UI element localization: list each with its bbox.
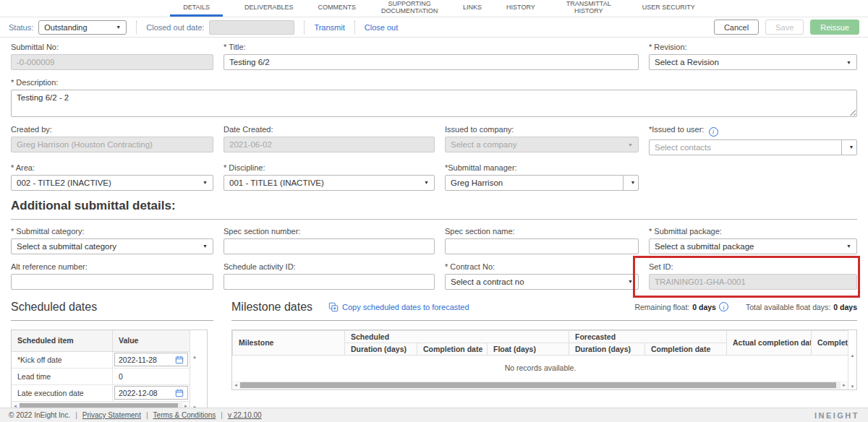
scroll-left-icon[interactable]: ◄ xyxy=(232,383,239,387)
calendar-icon[interactable] xyxy=(175,389,184,397)
scheduled-item-cell: *Kick off date xyxy=(12,352,113,368)
cancel-button[interactable]: Cancel xyxy=(714,20,759,35)
submittal-package-value: Select a submittal package xyxy=(655,242,754,251)
scheduled-completion-date-column-header[interactable]: Completion date xyxy=(417,343,488,355)
closed-out-date-field xyxy=(209,20,294,35)
created-by-field xyxy=(11,137,213,152)
issued-to-user-label-text: *Issued to user: xyxy=(649,125,704,134)
footer-separator: | xyxy=(221,411,223,419)
schedule-activity-id-field[interactable] xyxy=(224,274,435,290)
remaining-float-label: Remaining float: xyxy=(634,303,689,311)
tab-links[interactable]: LINKS xyxy=(460,0,485,17)
forecasted-duration-column-header[interactable]: Duration (days) xyxy=(569,343,645,355)
scheduled-item-column-header[interactable]: Scheduled item xyxy=(12,330,113,351)
spec-section-name-field[interactable] xyxy=(445,238,639,254)
issued-to-company-label: Issued to company: xyxy=(445,125,639,134)
float-days-column-header[interactable]: Float (days) xyxy=(488,343,569,355)
forecasted-completion-date-column-header[interactable]: Completion date xyxy=(645,343,727,355)
spec-section-number-field[interactable] xyxy=(224,238,435,254)
terms-conditions-link[interactable]: Terms & Conditions xyxy=(153,411,216,419)
tab-user-security[interactable]: USER SECURITY xyxy=(639,0,698,17)
set-id-field xyxy=(649,274,857,290)
kick-off-date-field[interactable]: 2022-11-28 xyxy=(114,353,188,366)
alt-reference-number-field[interactable] xyxy=(11,274,213,290)
info-icon[interactable]: i xyxy=(719,302,728,311)
discipline-dropdown[interactable]: 001 - TITLE1 (INACTIVE) ▼ xyxy=(224,175,435,191)
section-divider xyxy=(11,219,857,220)
submittal-manager-field[interactable] xyxy=(445,175,624,191)
action-buttons: Cancel Save Reissue xyxy=(714,20,859,35)
actual-completion-date-column-header[interactable]: Actual completion date xyxy=(727,330,812,355)
table-row: Lead time 0 xyxy=(12,369,190,385)
scrollbar-track[interactable] xyxy=(239,382,841,389)
submittal-package-dropdown[interactable]: Select a submittal package ▼ xyxy=(649,238,857,254)
scheduled-duration-column-header[interactable]: Duration (days) xyxy=(345,343,417,355)
chevron-down-icon: ▼ xyxy=(846,60,851,65)
milestone-column-header[interactable]: Milestone xyxy=(233,330,345,355)
tab-comments[interactable]: COMMENTS xyxy=(315,0,359,17)
version-link[interactable]: v 22.10.00 xyxy=(228,411,262,419)
status-label: Status: xyxy=(9,23,33,32)
submittal-manager-dropdown-button[interactable]: ▼ xyxy=(623,175,639,191)
revision-dropdown[interactable]: Select a Revision ▼ xyxy=(649,54,857,70)
transmit-link[interactable]: Transmit xyxy=(314,23,344,32)
late-execution-date-field[interactable]: 2022-12-08 xyxy=(114,386,188,400)
area-dropdown[interactable]: 002 - TITLE2 (INACTIVE) ▼ xyxy=(11,175,213,191)
tab-transmittal-history[interactable]: TRANSMITTAL HISTORY xyxy=(557,0,621,17)
reissue-button[interactable]: Reissue xyxy=(810,20,859,35)
tab-details[interactable]: DETAILS xyxy=(170,0,223,17)
tab-deliverables[interactable]: DELIVERABLES xyxy=(242,0,297,17)
scheduled-dates-table: Scheduled item Value *Kick off date 2022… xyxy=(11,330,208,411)
footer-separator: | xyxy=(146,411,148,419)
chevron-down-icon: ▼ xyxy=(631,180,636,185)
no-records-message: No records available. xyxy=(233,355,848,381)
scroll-right-icon[interactable]: ► xyxy=(841,383,848,387)
close-out-link[interactable]: Close out xyxy=(365,23,398,32)
description-field[interactable]: Testing 6/2 - 2 xyxy=(11,90,857,117)
scroll-down-icon[interactable]: ▼ xyxy=(849,384,856,389)
copy-scheduled-dates-link[interactable]: Copy scheduled dates to forecasted xyxy=(328,302,469,312)
submittal-category-dropdown[interactable]: Select a submittal category ▼ xyxy=(11,238,213,254)
chevron-down-icon: ▼ xyxy=(628,279,633,284)
chevron-down-icon: ▼ xyxy=(424,180,429,185)
calendar-icon[interactable] xyxy=(175,356,184,364)
scroll-up-icon[interactable]: ▲ xyxy=(192,355,197,359)
scheduled-dates-block: Scheduled dates Scheduled item Value *Ki… xyxy=(11,299,213,411)
milestone-dates-block: Milestone dates Copy scheduled dates to … xyxy=(231,299,857,411)
tab-supporting-documentation[interactable]: SUPPORTING DOCUMENTATION xyxy=(378,0,441,17)
ineight-logo: INEIGHT xyxy=(814,411,859,420)
copyright-text: © 2022 InEight Inc. xyxy=(9,411,70,419)
scroll-up-icon[interactable]: ▲ xyxy=(849,353,856,358)
scrollbar-thumb[interactable] xyxy=(240,382,836,388)
value-column-header[interactable]: Value xyxy=(113,330,190,351)
chevron-down-icon: ▼ xyxy=(628,142,633,147)
issued-to-user-field[interactable] xyxy=(649,139,842,155)
chevron-down-icon: ▼ xyxy=(203,180,208,185)
status-value: Outstanding xyxy=(44,23,87,32)
issued-to-user-combo: ▼ xyxy=(649,139,857,155)
issued-to-user-dropdown-button[interactable]: ▼ xyxy=(841,139,857,155)
privacy-statement-link[interactable]: Privacy Statement xyxy=(82,411,141,419)
info-icon[interactable]: i xyxy=(709,127,718,137)
submittal-manager-label: *Submittal manager: xyxy=(445,163,639,172)
area-value: 002 - TITLE2 (INACTIVE) xyxy=(17,178,111,187)
save-button[interactable]: Save xyxy=(765,20,804,35)
status-dropdown[interactable]: Outstanding ▼ xyxy=(38,20,127,35)
description-label: * Description: xyxy=(11,78,857,87)
scheduled-item-cell: Late execution date xyxy=(12,385,113,401)
discipline-value: 001 - TITLE1 (INACTIVE) xyxy=(229,178,324,187)
scheduled-dates-heading: Scheduled dates xyxy=(11,301,97,314)
title-field[interactable] xyxy=(224,54,639,70)
contract-no-dropdown[interactable]: Select a contract no ▼ xyxy=(445,274,639,290)
remaining-float-value: 0 days xyxy=(692,303,716,311)
milestone-dates-table: Milestone Scheduled Forecasted Actual co… xyxy=(231,330,857,391)
submittal-category-value: Select a submittal category xyxy=(17,242,116,251)
tab-history[interactable]: HISTORY xyxy=(503,0,538,17)
complete-column-header[interactable]: Complete xyxy=(812,330,848,355)
created-by-label: Created by: xyxy=(11,125,213,134)
area-label: * Area: xyxy=(11,163,213,172)
late-execution-date-value: 2022-12-08 xyxy=(119,389,158,397)
chevron-down-icon: ▼ xyxy=(116,25,121,30)
footer: © 2022 InEight Inc. | Privacy Statement … xyxy=(0,408,868,422)
lead-time-field[interactable]: 0 xyxy=(114,372,123,381)
